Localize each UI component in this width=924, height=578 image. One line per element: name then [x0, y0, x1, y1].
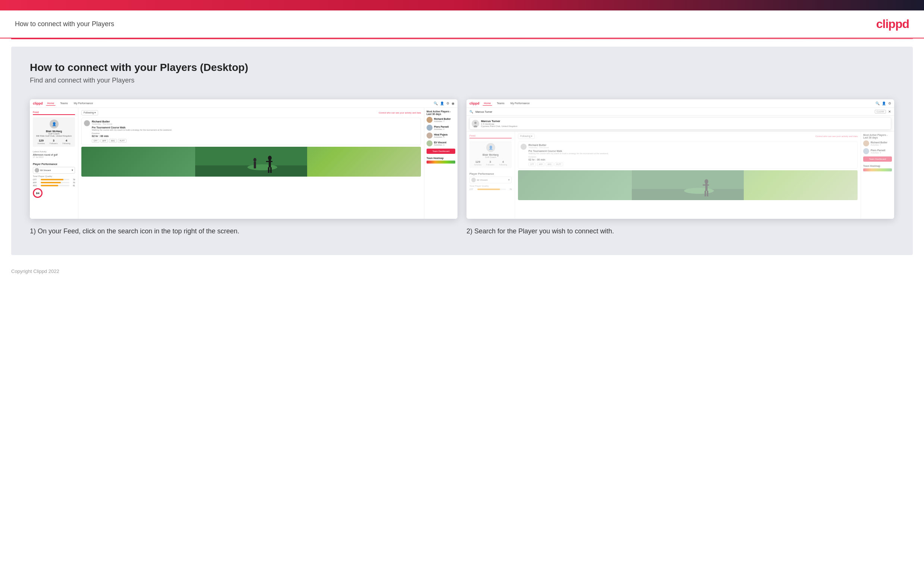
profile-icon[interactable]: ◉: [451, 102, 455, 105]
app-nav-icons-2: 🔍 👤 ⚙: [875, 102, 891, 105]
most-active-title-2: Most Active Players - Last 30 days: [863, 134, 892, 139]
q-label-app: APP: [33, 182, 40, 184]
active-player-3: Hiral Pujara Activities: 3: [427, 133, 455, 138]
team-dashboard-btn-1[interactable]: Team Dashboard: [427, 149, 455, 154]
profile-area-1: 👤 Blair McHarg Golf Coach Mill Ride Golf…: [33, 117, 75, 147]
svg-rect-7: [270, 167, 272, 173]
app-nav-1: clippd Home Teams My Performance 🔍 👤 ⚙ ◉: [30, 99, 458, 108]
app-nav-links-1: Home Teams My Performance: [46, 101, 431, 106]
activity-card-2: Richard Butler Yesterday · The Grove Pre…: [518, 141, 858, 169]
big-score-1: 84: [33, 188, 42, 198]
search-result-avatar: [472, 120, 479, 127]
golf-scene-svg-2: [518, 170, 858, 200]
app-right-1: Most Active Players - Last 30 days Richa…: [424, 108, 458, 219]
feed-tab-1[interactable]: Feed: [33, 111, 75, 115]
most-active-title-1: Most Active Players - Last 30 days: [427, 110, 455, 115]
active-player-acts-2: Activities: 4: [434, 128, 455, 130]
active-player-avatar-4: [427, 140, 432, 146]
nav-link-teams-2[interactable]: Teams: [495, 101, 506, 106]
nav-link-home[interactable]: Home: [46, 101, 56, 106]
nav-link-teams[interactable]: Teams: [58, 101, 70, 106]
q-num-app: 70: [71, 182, 75, 184]
following-bar-2: Following ▾ Control who can see your act…: [518, 134, 858, 139]
followers-label: Followers: [50, 142, 57, 144]
stat-followers: 3 Followers: [50, 139, 57, 144]
nav-link-performance-2[interactable]: My Performance: [509, 101, 531, 106]
nav-link-home-2[interactable]: Home: [482, 101, 493, 106]
search-query-text[interactable]: Marcus Turner: [476, 110, 872, 113]
svg-point-16: [705, 179, 708, 184]
profile-area-2: 👤 Blair McHarg Golf Coach 129 Activities: [469, 141, 511, 168]
search-icon-2[interactable]: 🔍: [875, 102, 880, 105]
main-content: How to connect with your Players (Deskto…: [11, 47, 913, 255]
tag-putt: PUTT: [118, 139, 126, 143]
q-bar-ott-fill: [40, 179, 63, 180]
step-desc-2: 2) Search for the Player you wish to con…: [466, 226, 894, 236]
svg-point-11: [474, 122, 477, 124]
active-player-avatar-2: [427, 125, 432, 131]
activities-count: 129: [37, 139, 45, 142]
activity-avatar-2: [521, 144, 527, 150]
active-acts-r2: Activities: 4: [871, 152, 892, 154]
close-icon[interactable]: ✕: [888, 110, 891, 114]
svg-rect-18: [703, 185, 709, 185]
active-player-info-3: Hiral Pujara Activities: 3: [434, 133, 455, 138]
person-icon[interactable]: 👤: [440, 102, 444, 105]
followers-label-2: Followers: [486, 164, 494, 166]
active-name-r2: Piers Parnell: [871, 149, 892, 152]
stat-activities-2: 129 Activities: [474, 160, 481, 166]
following-btn-1[interactable]: Following ▾: [81, 110, 98, 115]
logo: clippd: [876, 17, 909, 31]
header: How to connect with your Players clippd: [0, 10, 924, 39]
player-select-1[interactable]: Eli Vincent ▾: [33, 167, 75, 174]
profile-location-1: Mill Ride Golf Club, United Kingdom: [35, 135, 73, 137]
nav-link-my-performance[interactable]: My Performance: [73, 101, 94, 106]
app-mockup-1: clippd Home Teams My Performance 🔍 👤 ⚙ ◉: [30, 99, 458, 219]
q-num-arg: 61: [71, 185, 75, 187]
active-player-name-3: Hiral Pujara: [434, 133, 455, 136]
svg-rect-19: [705, 191, 706, 196]
control-link-1[interactable]: Control who can see your activity and da…: [379, 112, 421, 114]
activity-tags-1: OTT APP ARG PUTT: [92, 139, 418, 143]
active-player-name-1: Richard Butler: [434, 118, 455, 120]
clear-button[interactable]: CLEAR: [875, 110, 886, 114]
following-bar-1: Following ▾ Control who can see your act…: [81, 110, 421, 115]
team-dashboard-btn-2[interactable]: Team Dashboard: [863, 156, 892, 162]
settings-icon-2[interactable]: ⚙: [888, 102, 891, 105]
app-middle-2: Following ▾ Control who can see your act…: [515, 132, 861, 219]
profile-avatar-1: 👤: [50, 120, 58, 128]
profile-stats-2: 129 Activities 3 Followers 4: [472, 160, 510, 166]
svg-rect-9: [254, 162, 256, 169]
q-bar-app-bg: [40, 182, 70, 183]
search-result-1[interactable]: Marcus Turner 1·5 Handicap Cypress Point…: [469, 117, 891, 130]
settings-icon[interactable]: ⚙: [446, 102, 449, 105]
svg-point-3: [268, 156, 272, 160]
q-label-arg: ARG: [33, 185, 40, 187]
quality-row-ott: OTT 79: [33, 179, 75, 181]
latest-activity-date: 27 Jul 2022: [33, 156, 75, 158]
person-icon-2[interactable]: 👤: [882, 102, 886, 105]
activity-date-2: Yesterday · The Grove: [528, 146, 855, 149]
search-result-name: Marcus Turner: [481, 120, 889, 123]
tag-app-2: APP: [537, 162, 544, 166]
team-heatmap-title-1: Team Heatmap: [427, 157, 455, 159]
stat-following: 4 Following: [62, 139, 70, 144]
top-bar: [0, 0, 924, 10]
active-player-r1: Richard Butler Activities: 7: [863, 140, 892, 146]
activities-label-2: Activities: [474, 164, 481, 166]
search-bar-overlay: 🔍 Marcus Turner CLEAR ✕: [466, 108, 894, 116]
app-middle-1: Following ▾ Control who can see your act…: [78, 108, 424, 219]
search-result-sub2: Cypress Point Club, United Kingdom: [481, 125, 889, 127]
q-label-ott: OTT: [33, 179, 40, 181]
player-perf-section-1: Player Performance Eli Vincent ▾ Total P…: [33, 163, 75, 198]
following-label: Following: [62, 142, 70, 144]
quality-section-2: Total Player Quality OTT 79: [469, 185, 511, 190]
player-select-avatar-2: [471, 178, 476, 182]
profile-name-2: Blair McHarg: [472, 153, 510, 156]
svg-rect-6: [268, 167, 269, 173]
followers-count-2: 3: [486, 160, 494, 164]
search-icon[interactable]: 🔍: [434, 102, 438, 105]
chevron-down-icon: ▾: [72, 169, 73, 172]
search-overlay-2: 🔍 Marcus Turner CLEAR ✕: [466, 108, 894, 132]
svg-point-15: [684, 188, 714, 194]
